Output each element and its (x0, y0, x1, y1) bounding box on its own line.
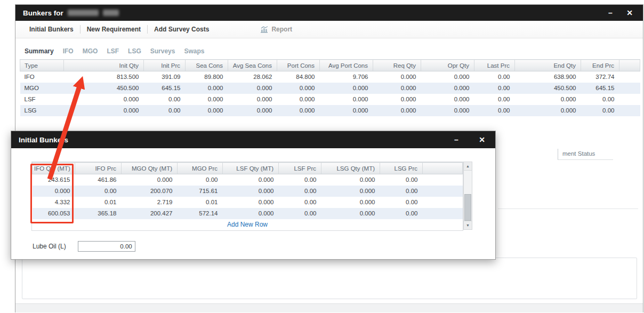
table-cell: IFO (20, 71, 64, 83)
toolbar-item-report[interactable]: Report (260, 26, 292, 33)
table-cell: 0.00 (279, 197, 321, 208)
table-row[interactable]: IFO813.500391.0989.80028.06284.8009.7060… (20, 71, 640, 83)
table-cell: 0.00 (380, 208, 423, 219)
table-row[interactable]: 243.615461.860.0000.000.0000.000.0000.00 (33, 174, 463, 186)
column-header[interactable]: MGO Prc (178, 163, 223, 174)
table-cell: 89.800 (186, 71, 228, 83)
table-cell: 2.719 (122, 197, 178, 208)
table-row[interactable]: 4.3320.012.7190.010.0000.000.0000.00 (33, 197, 463, 208)
table-row[interactable]: 600.053365.18200.427572.140.0000.000.000… (33, 208, 463, 219)
table-row[interactable]: MGO450.500645.150.0000.0000.0000.0000.00… (20, 83, 640, 94)
minimize-icon[interactable]: – (605, 5, 616, 21)
summary-table-container: TypeInit QtyInit PrcSea ConsAvg Sea Cons… (20, 59, 640, 116)
column-header[interactable]: Init Prc (144, 60, 186, 71)
column-header[interactable]: LSF Qty (MT) (223, 163, 279, 174)
dialog-minimize-icon[interactable]: – (450, 131, 462, 148)
table-cell: 638.900 (515, 71, 581, 83)
table-cell: 0.000 (321, 174, 380, 186)
window-title: Bunkers for (23, 9, 63, 17)
table-cell: 0.00 (474, 94, 515, 105)
screen: Bunkers for – ✕ Initial Bunkers New Requ… (0, 0, 644, 313)
toolbar-item-new-requirement[interactable]: New Requirement (80, 26, 147, 33)
table-cell: LSG (20, 105, 64, 116)
table-cell: 645.15 (144, 83, 186, 94)
table-cell: 0.000 (373, 94, 421, 105)
column-header[interactable]: Req Qty (373, 60, 421, 71)
table-cell: LSF (20, 94, 64, 105)
column-header[interactable]: IFO Qty (MT) (33, 163, 75, 174)
table-cell: 0.000 (373, 83, 421, 94)
table-cell: 0.01 (75, 197, 122, 208)
table-cell: 461.86 (75, 174, 122, 186)
table-row[interactable]: LSF0.0000.000.0000.0000.0000.0000.0000.0… (20, 94, 640, 105)
column-header[interactable]: End Qty (515, 60, 581, 71)
table-cell: 0.000 (321, 208, 380, 219)
table-cell: 0.00 (474, 83, 515, 94)
vertical-scrollbar[interactable]: ▲ ▼ (463, 162, 472, 230)
scrollbar-thumb[interactable] (464, 194, 471, 221)
column-header[interactable]: Type (20, 60, 64, 71)
dialog-close-icon[interactable]: ✕ (476, 131, 488, 148)
tab-ifo[interactable]: IFO (63, 47, 74, 55)
table-cell-filler (423, 174, 463, 186)
table-cell: 9.706 (320, 71, 373, 83)
table-row[interactable]: 0.0000.00200.070715.610.0000.000.0000.00 (33, 186, 463, 197)
table-cell: 0.01 (178, 197, 223, 208)
column-header[interactable]: End Prc (581, 60, 619, 71)
table-cell: 0.000 (223, 174, 279, 186)
lube-oil-row: Lube Oil (L) (33, 241, 135, 252)
table-cell: 0.000 (277, 83, 320, 94)
table-cell: 715.61 (178, 186, 223, 197)
column-header[interactable]: Sea Cons (186, 60, 228, 71)
redacted-text (103, 10, 119, 16)
column-header[interactable]: Avg Port Cons (320, 60, 373, 71)
column-header[interactable]: IFO Prc (75, 163, 122, 174)
toolbar: Initial Bunkers New Requirement Add Surv… (15, 21, 643, 38)
column-header[interactable]: Avg Sea Cons (228, 60, 277, 71)
table-cell: 0.00 (144, 105, 186, 116)
tab-surveys[interactable]: Surveys (150, 47, 175, 55)
table-cell: 0.000 (277, 105, 320, 116)
table-cell: 0.000 (321, 186, 380, 197)
column-header[interactable]: LSG Qty (MT) (321, 163, 380, 174)
scrollbar-down-icon[interactable]: ▼ (464, 221, 472, 229)
toolbar-item-initial-bunkers[interactable]: Initial Bunkers (23, 26, 80, 33)
table-cell: 200.070 (122, 186, 178, 197)
initial-bunkers-table: IFO Qty (MT)IFO PrcMGO Qty (MT)MGO PrcLS… (32, 162, 463, 219)
toolbar-item-add-survey-costs[interactable]: Add Survey Costs (148, 26, 215, 33)
column-header[interactable]: MGO Qty (MT) (122, 163, 178, 174)
column-header[interactable]: Init Qty (64, 60, 144, 71)
add-new-row-link[interactable]: Add New Row (32, 219, 463, 230)
column-header[interactable]: LSG Prc (380, 163, 423, 174)
tab-lsf[interactable]: LSF (107, 47, 119, 55)
tab-swaps[interactable]: Swaps (184, 47, 204, 55)
column-header[interactable]: Port Cons (277, 60, 320, 71)
table-cell: 0.000 (122, 174, 178, 186)
column-header[interactable]: LSF Prc (279, 163, 321, 174)
tab-summary[interactable]: Summary (25, 47, 54, 55)
table-cell: 0.000 (321, 197, 380, 208)
lube-oil-input[interactable] (78, 241, 135, 252)
table-cell-filler (619, 105, 640, 116)
window-titlebar: Bunkers for – ✕ (15, 5, 643, 21)
table-cell: 0.00 (474, 71, 515, 83)
table-cell: 0.000 (223, 208, 279, 219)
table-cell: 0.00 (279, 208, 321, 219)
scrollbar-up-icon[interactable]: ▲ (464, 162, 472, 171)
table-cell: MGO (20, 83, 64, 94)
table-cell: 0.000 (186, 83, 228, 94)
table-cell: 28.062 (228, 71, 277, 83)
table-cell: 0.00 (474, 105, 515, 116)
tab-mgo[interactable]: MGO (83, 47, 98, 55)
table-cell: 0.000 (223, 186, 279, 197)
column-header[interactable]: Last Prc (474, 60, 515, 71)
table-row[interactable]: LSG0.0000.000.0000.0000.0000.0000.0000.0… (20, 105, 640, 116)
report-chart-icon (260, 26, 268, 33)
table-cell: 0.000 (320, 94, 373, 105)
table-cell: 0.000 (228, 83, 277, 94)
table-cell: 0.00 (380, 186, 423, 197)
table-cell-filler (423, 186, 463, 197)
close-icon[interactable]: ✕ (624, 5, 635, 21)
column-header[interactable]: Opr Qty (421, 60, 474, 71)
tab-lsg[interactable]: LSG (128, 47, 141, 55)
